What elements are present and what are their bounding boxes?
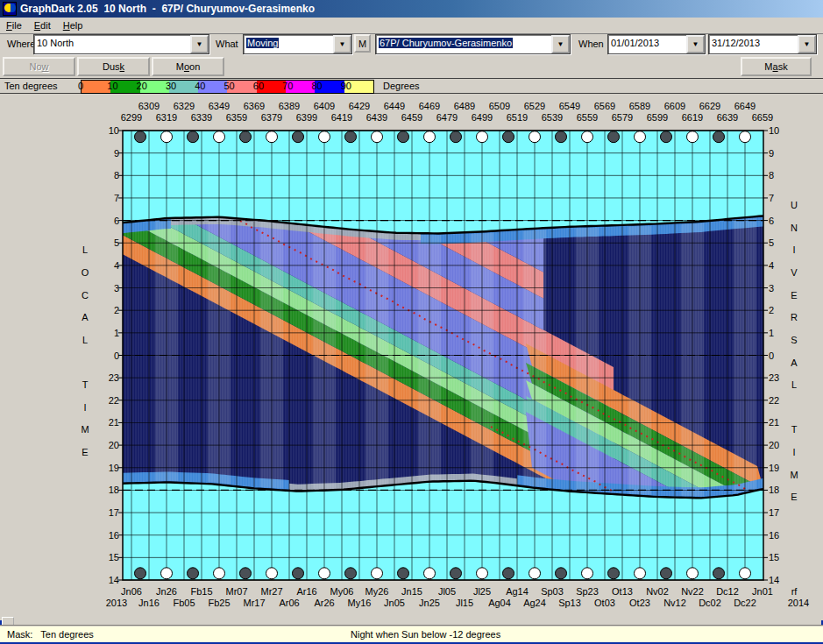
svg-text:6349: 6349 — [209, 101, 230, 111]
svg-text:Jn16: Jn16 — [138, 598, 160, 608]
svg-text:19: 19 — [109, 463, 119, 473]
where-value: 10 North — [37, 38, 193, 48]
what-combobox[interactable]: Moving ▼ — [243, 34, 352, 54]
svg-text:Ag04: Ag04 — [488, 598, 511, 608]
svg-text:R: R — [791, 312, 798, 322]
svg-text:rf: rf — [791, 586, 798, 597]
svg-text:Dc22: Dc22 — [734, 598, 756, 608]
svg-text:My16: My16 — [348, 598, 372, 608]
svg-text:6619: 6619 — [682, 112, 703, 123]
svg-text:8: 8 — [769, 170, 774, 180]
date-to-value: 31/12/2013 — [712, 38, 800, 48]
mask-button[interactable]: Mask — [741, 57, 812, 76]
m-button[interactable]: M — [354, 34, 371, 53]
svg-text:Fb05: Fb05 — [173, 598, 195, 608]
svg-text:6649: 6649 — [734, 101, 756, 111]
menu-item-edit[interactable]: Edit — [28, 19, 57, 32]
chevron-down-icon[interactable]: ▼ — [798, 35, 816, 53]
date-from-value: 01/01/2013 — [611, 38, 689, 48]
svg-text:M: M — [790, 470, 798, 480]
svg-text:Ot03: Ot03 — [594, 598, 615, 608]
svg-text:20: 20 — [769, 440, 779, 450]
svg-text:2013: 2013 — [106, 598, 127, 608]
svg-text:I: I — [792, 447, 795, 457]
svg-text:6319: 6319 — [156, 112, 177, 123]
svg-text:Jl25: Jl25 — [473, 586, 491, 597]
svg-text:6559: 6559 — [577, 112, 598, 123]
moon-button[interactable]: Moon — [152, 57, 224, 76]
chevron-down-icon[interactable]: ▼ — [190, 35, 209, 53]
legend-segment-20 — [140, 81, 169, 93]
svg-text:6539: 6539 — [542, 112, 563, 123]
svg-text:17: 17 — [109, 507, 119, 518]
title-bar[interactable]: GraphDark 2.05 10 North - 67P/ Churyumov… — [0, 0, 823, 18]
chevron-down-icon[interactable]: ▼ — [551, 35, 570, 53]
svg-text:Jn01: Jn01 — [752, 586, 773, 597]
legend-segment-10 — [110, 81, 139, 93]
svg-text:20: 20 — [109, 440, 119, 450]
object-combobox[interactable]: 67P/ Churyumov-Gerasimenko ▼ — [375, 34, 571, 54]
svg-text:L: L — [82, 335, 88, 345]
svg-text:Jn06: Jn06 — [121, 586, 142, 597]
svg-text:16: 16 — [109, 530, 119, 541]
svg-text:9: 9 — [769, 148, 774, 159]
svg-text:21: 21 — [769, 417, 779, 428]
svg-text:14: 14 — [769, 575, 779, 585]
svg-text:6369: 6369 — [244, 101, 265, 111]
svg-text:16: 16 — [769, 530, 779, 541]
svg-text:4: 4 — [769, 260, 774, 271]
toolbar-row-2: Now Dusk Moon Mask — [0, 56, 823, 79]
svg-text:6429: 6429 — [349, 101, 370, 111]
svg-text:Ag14: Ag14 — [506, 586, 529, 597]
svg-text:A: A — [791, 357, 798, 368]
svg-text:Sp13: Sp13 — [558, 598, 581, 608]
window-title: GraphDark 2.05 10 North - 67P/ Churyumov… — [20, 3, 315, 15]
svg-text:6299: 6299 — [121, 112, 142, 123]
sky-darkness-chart[interactable]: 6309632963496369638964096429644964696489… — [0, 94, 823, 620]
svg-text:Mr07: Mr07 — [225, 586, 247, 597]
dusk-button[interactable]: Dusk — [77, 57, 150, 76]
svg-text:6579: 6579 — [612, 112, 633, 123]
menu-item-file[interactable]: File — [0, 19, 28, 32]
svg-text:6549: 6549 — [559, 101, 580, 111]
svg-text:14: 14 — [109, 575, 119, 585]
svg-text:2014: 2014 — [788, 598, 809, 608]
svg-text:6509: 6509 — [489, 101, 510, 111]
svg-text:6479: 6479 — [436, 112, 458, 123]
svg-text:V: V — [791, 267, 798, 278]
svg-text:23: 23 — [109, 372, 119, 383]
svg-text:Jn25: Jn25 — [419, 598, 440, 608]
date-to-combobox[interactable]: 31/12/2013 ▼ — [708, 34, 817, 54]
svg-text:A: A — [82, 312, 89, 322]
svg-text:6499: 6499 — [472, 112, 493, 123]
svg-text:E: E — [82, 447, 88, 457]
menu-item-help[interactable]: Help — [57, 19, 89, 32]
status-bar: Mask: Ten degrees Night when Sun below -… — [0, 625, 823, 642]
svg-text:I: I — [83, 402, 86, 413]
svg-text:6: 6 — [769, 216, 774, 226]
svg-text:My26: My26 — [365, 586, 389, 597]
svg-text:6599: 6599 — [647, 112, 668, 123]
chevron-down-icon[interactable]: ▼ — [686, 35, 705, 53]
svg-text:3: 3 — [769, 283, 774, 294]
svg-text:6339: 6339 — [191, 112, 212, 123]
where-combobox[interactable]: 10 North ▼ — [33, 34, 209, 54]
svg-text:Jn05: Jn05 — [384, 598, 405, 608]
svg-text:6529: 6529 — [524, 101, 545, 111]
date-from-combobox[interactable]: 01/01/2013 ▼ — [607, 34, 706, 54]
status-mask-text: Mask: Ten degrees — [7, 629, 94, 640]
legend-segment-40 — [198, 81, 227, 93]
legend-segment-0 — [82, 81, 110, 93]
what-value: Moving — [246, 38, 279, 48]
svg-text:Nv02: Nv02 — [646, 586, 669, 597]
svg-text:E: E — [791, 492, 797, 502]
degrees-colorbar — [81, 80, 374, 94]
object-value: 67P/ Churyumov-Gerasimenko — [379, 38, 513, 48]
degrees-label: Degrees — [383, 81, 420, 91]
svg-text:6399: 6399 — [296, 112, 317, 123]
svg-text:21: 21 — [109, 417, 119, 428]
chevron-down-icon[interactable]: ▼ — [333, 35, 351, 53]
svg-text:Ar26: Ar26 — [314, 598, 334, 608]
svg-text:6489: 6489 — [454, 101, 475, 111]
svg-text:L: L — [82, 244, 88, 255]
